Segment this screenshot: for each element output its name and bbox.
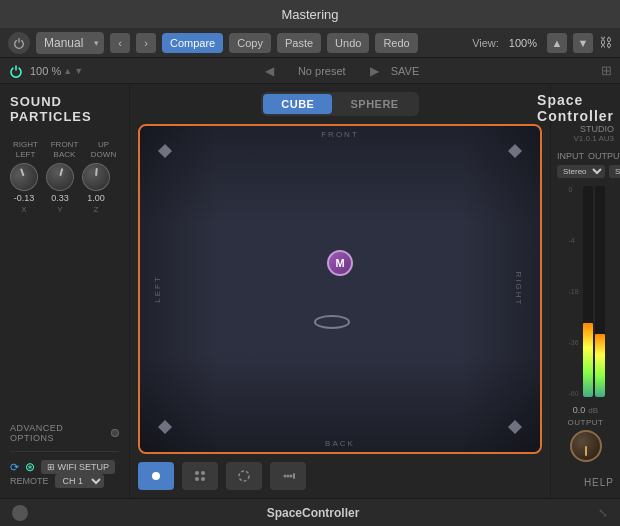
x-knob-wrap: -0.13 X [10,163,38,214]
vu-tick-labels: 0 -4 -18 -36 -60 [566,186,580,397]
pct-down[interactable]: ▼ [74,66,83,76]
back-label: BACK [325,439,355,448]
preset-prev-icon[interactable]: ◀ [261,64,278,78]
view-single-button[interactable] [138,462,174,490]
sp-logo-icon [12,505,28,521]
main-content: Sound Particles RIGHTLEFT FRONTBACK UPDO… [0,84,620,498]
view-value: 100% [505,37,541,49]
wifi-setup-button[interactable]: ⊞ WIFI SETUP [41,460,115,474]
vu-meter-container: 0 -4 -18 -36 -60 [557,186,614,397]
help-button[interactable]: HELP [584,477,614,488]
sp-logo [12,505,28,521]
svg-point-4 [201,477,205,481]
sphere-tab[interactable]: SPHERE [332,94,416,114]
window-title: Mastering [281,7,338,22]
z-knob-wrap: 1.00 Z [82,163,110,214]
vu-tick-60: -60 [568,390,578,397]
brand-section: Sound Particles [10,94,119,124]
bottom-controls: ⟳ ⊛ ⊞ WIFI SETUP REMOTE CH 1 [10,451,119,488]
pct-up[interactable]: ▲ [63,66,72,76]
redo-button[interactable]: Redo [375,33,417,53]
svg-point-1 [195,471,199,475]
power-button[interactable] [8,32,30,54]
z-header: UPDOWN [88,140,119,159]
remote-row: REMOTE CH 1 [10,474,119,488]
svg-point-5 [239,471,249,481]
svg-rect-9 [293,473,295,479]
vu-meter-left [583,186,593,397]
output-select[interactable]: Stereo [609,165,620,178]
svg-point-2 [201,471,205,475]
view-buttons [138,462,542,490]
input-select[interactable]: Stereo [557,165,605,178]
output-section: 0.0 dB OUTPUT [557,405,614,462]
y-knob-wrap: 0.33 Y [46,163,74,214]
left-label: LEFT [153,275,162,303]
secondary-power-button[interactable] [8,63,24,79]
y-value: 0.33 [51,193,69,203]
title-bar: Mastering [0,0,620,28]
right-panel: Space Controller STUDIO V1.0.1 AU3 INPUT… [550,84,620,498]
remote-channel-select[interactable]: CH 1 [55,474,104,488]
preset-dropdown[interactable]: Manual [36,32,104,54]
link-icon[interactable]: ⛓ [599,35,612,50]
view-dots-button[interactable] [270,462,306,490]
resize-icon[interactable]: ⤡ [598,506,608,520]
paste-button[interactable]: Paste [277,33,321,53]
left-panel: Sound Particles RIGHTLEFT FRONTBACK UPDO… [0,84,130,498]
advanced-label: ADVANCED OPTIONS [10,423,105,443]
right-label: RIGHT [514,272,523,307]
nav-next-button[interactable]: › [136,33,156,53]
z-value: 1.00 [87,193,105,203]
ring-marker[interactable] [314,315,350,329]
mode-tabs: CUBE SPHERE [261,92,418,116]
preset-dropdown-wrap[interactable]: Manual ▾ [36,32,104,54]
vu-tick-4: -4 [568,237,578,244]
vu-tick-36: -36 [568,339,578,346]
compare-button[interactable]: Compare [162,33,223,53]
footer-plugin-name: SpaceController [267,506,360,520]
vu-tick-0: 0 [568,186,578,193]
copy-button[interactable]: Copy [229,33,271,53]
cube-tab[interactable]: CUBE [263,94,332,114]
view-up-button[interactable]: ▲ [547,33,567,53]
nav-prev-button[interactable]: ‹ [110,33,130,53]
space-container[interactable]: FRONT BACK LEFT RIGHT M [138,124,542,454]
plugin-name-section: Space Controller STUDIO V1.0.1 AU3 [557,92,614,143]
wifi-icon: ⊛ [25,460,35,474]
view-circle-button[interactable] [226,462,262,490]
advanced-dot-icon[interactable] [111,429,119,437]
y-axis-label: Y [57,205,62,214]
view-label: View: [472,37,499,49]
remote-label: REMOTE [10,476,49,486]
svg-point-7 [287,475,290,478]
controls-labels: RIGHTLEFT FRONTBACK UPDOWN [10,140,119,159]
brand-name: Sound Particles [10,94,119,124]
view-down-button[interactable]: ▼ [573,33,593,53]
m-marker[interactable]: M [327,250,353,276]
front-label: FRONT [321,130,359,139]
output-value: 0.0 [573,405,586,415]
percent-display: 100 % ▲ ▼ [30,65,83,77]
preset-nav: ◀ No preset ▶ SAVE [89,64,595,78]
vu-tick-18: -18 [568,288,578,295]
x-knob[interactable] [6,159,42,195]
output-knob[interactable] [570,430,602,462]
view-grid-button[interactable] [182,462,218,490]
grid-icon[interactable]: ⊞ [601,63,612,78]
svg-point-6 [284,475,287,478]
undo-button[interactable]: Undo [327,33,369,53]
y-knob[interactable] [43,160,77,194]
preset-next-icon[interactable]: ▶ [366,64,383,78]
secondary-toolbar: 100 % ▲ ▼ ◀ No preset ▶ SAVE ⊞ [0,58,620,84]
toolbar: Manual ▾ ‹ › Compare Copy Paste Undo Red… [0,28,620,58]
z-knob[interactable] [81,162,111,192]
save-button[interactable]: SAVE [387,65,424,77]
xyz-controls: RIGHTLEFT FRONTBACK UPDOWN -0.13 X 0.33 … [10,140,119,214]
advanced-options[interactable]: ADVANCED OPTIONS [10,423,119,443]
input-label: INPUT [557,151,584,161]
output-label: OUTPUT [588,151,620,161]
io-selects: Stereo Stereo [557,165,614,178]
x-value: -0.13 [14,193,35,203]
plugin-studio: STUDIO [580,124,614,134]
